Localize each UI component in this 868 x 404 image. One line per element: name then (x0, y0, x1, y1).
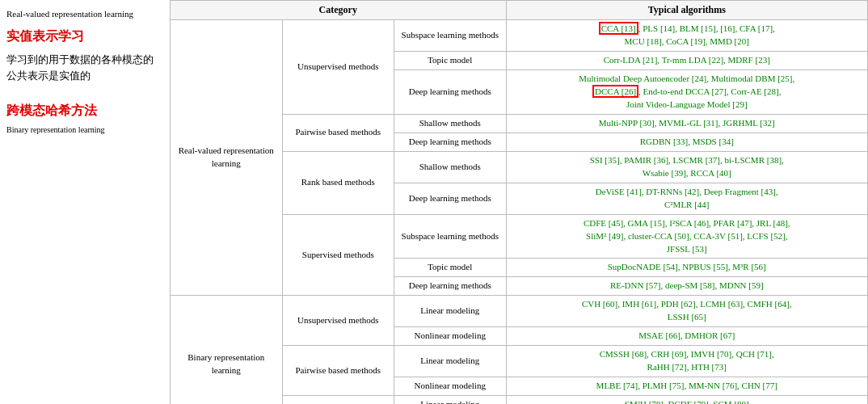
highlight-dcca: DCCA [26] (592, 85, 638, 98)
cn-desc: 学习到的用于数据的各种模态的公共表示是实值的 (6, 52, 163, 83)
algos-linear3: SM²H [78], DCDF [79], SCM [80] (506, 395, 868, 404)
header-algorithms: Typical algorithms (506, 1, 868, 20)
group-binary: Binary representation learning (171, 296, 283, 404)
method-topic2: Topic model (394, 259, 507, 277)
cn-title2: 跨模态哈希方法 (6, 103, 163, 120)
method-linear2: Linear modeling (394, 346, 507, 377)
method-deep2: Deep learning methods (394, 133, 507, 151)
algos-nonlinear1: MSAE [66], DMHOR [67] (506, 327, 868, 346)
table-wrapper: Category Typical algorithms Real-valued … (170, 0, 868, 404)
algos-subspace: CCA [13], PLS [14], BLM [15], [16], CFA … (506, 20, 868, 52)
binary-label: Binary representation learning (6, 125, 163, 134)
algos-subspace2: CDFE [45], GMA [15], I²SCA [46], PFAR [4… (506, 214, 868, 259)
method-subspace2: Subspace learning methods (394, 214, 507, 259)
real-valued-label: Real-valued representation learning (6, 8, 163, 20)
method-nonlinear2: Nonlinear modeling (394, 377, 507, 396)
method-linear3: Linear modeling (394, 395, 507, 404)
method-subspace: Subspace learning methods (394, 20, 507, 52)
highlight-cca: CCA [13] (599, 22, 638, 35)
method-nonlinear1: Nonlinear modeling (394, 327, 507, 346)
subgroup-unsupervised1: Unsupervised methods (282, 20, 394, 115)
table-row: Binary representation learning Unsupervi… (171, 296, 868, 327)
method-deep4: Deep learning methods (394, 277, 507, 296)
group-real-valued: Real-valued representation learning (171, 20, 283, 296)
method-deep3: Deep learning methods (394, 183, 507, 214)
subgroup-supervised2: Supervised methods (282, 395, 394, 404)
algos-topic2: SupDocNADE [54], NPBUS [55], M³R [56] (506, 259, 868, 277)
subgroup-supervised1: Supervised methods (282, 214, 394, 296)
algos-nonlinear2: MLBE [74], PLMH [75], MM-NN [76], CHN [7… (506, 377, 868, 396)
subgroup-pairwise2: Pairwise based methods (282, 346, 394, 396)
algos-deep3: DeViSE [41], DT-RNNs [42], Deep Fragment… (506, 183, 868, 214)
algos-deep4: RE-DNN [57], deep-SM [58], MDNN [59] (506, 277, 868, 296)
method-topic1: Topic model (394, 52, 507, 70)
algos-linear1: CVH [60], IMH [61], PDH [62], LCMH [63],… (506, 296, 868, 327)
algos-shallow1: Multi-NPP [30], MVML-GL [31], JGRHML [32… (506, 115, 868, 133)
algos-shallow2: SSI [35], PAMIR [36], LSCMR [37], bi-LSC… (506, 151, 868, 183)
method-linear1: Linear modeling (394, 296, 507, 327)
method-shallow1: Shallow methods (394, 115, 507, 133)
subgroup-rank: Rank based methods (282, 151, 394, 214)
main-table: Category Typical algorithms Real-valued … (170, 0, 868, 404)
subgroup-pairwise1: Pairwise based methods (282, 115, 394, 152)
algos-deep1: Multimodal Deep Autoencoder [24], Multim… (506, 70, 868, 115)
algos-deep2: RGDBN [33], MSDS [34] (506, 133, 868, 151)
cn-title1: 实值表示学习 (6, 28, 163, 45)
page-wrapper: Real-valued representation learning 实值表示… (0, 0, 868, 404)
method-deep1: Deep learning methods (394, 70, 507, 115)
left-panel: Real-valued representation learning 实值表示… (0, 0, 170, 404)
algos-linear2: CMSSH [68], CRH [69], IMVH [70], QCH [71… (506, 346, 868, 377)
method-shallow2: Shallow methods (394, 151, 507, 183)
table-row: Real-valued representation learning Unsu… (171, 20, 868, 52)
header-category: Category (171, 1, 507, 20)
algos-topic1: Corr-LDA [21], Tr-mm LDA [22], MDRF [23] (506, 52, 868, 70)
subgroup-unsupervised2: Unsupervised methods (282, 296, 394, 346)
